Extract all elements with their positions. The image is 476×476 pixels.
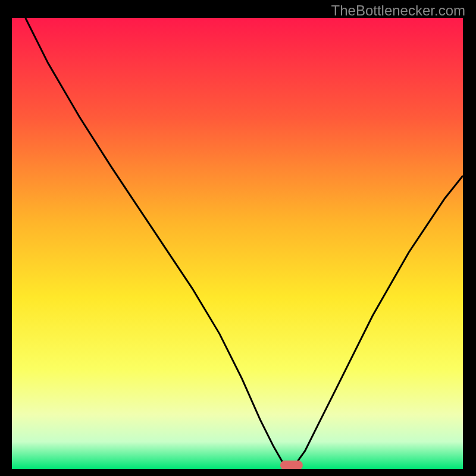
watermark-label: TheBottlenecker.com [331, 2, 465, 19]
chart-frame [12, 18, 463, 469]
gradient-background [12, 18, 463, 469]
bottleneck-chart [12, 18, 463, 469]
optimal-marker [280, 461, 303, 469]
